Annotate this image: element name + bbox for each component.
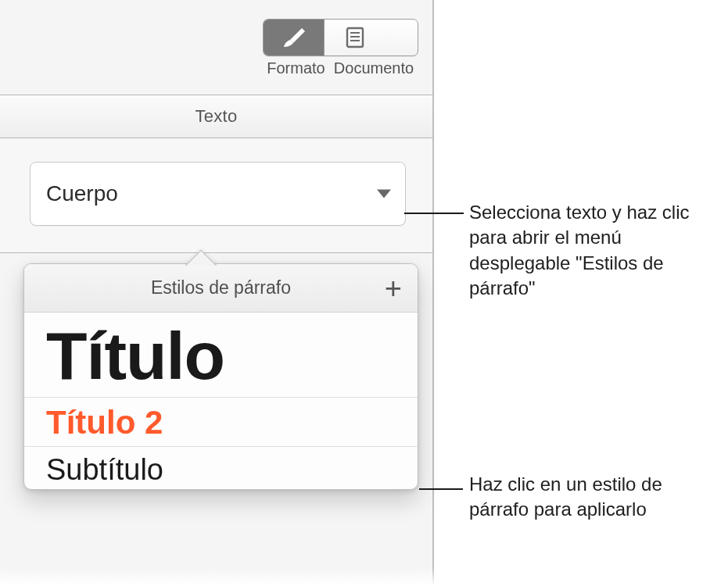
- callout-text-2: Haz clic en un estilo de párrafo para ap…: [469, 472, 719, 523]
- style-option-titulo[interactable]: Título: [24, 313, 418, 398]
- chevron-down-icon: [377, 190, 391, 198]
- paragraph-style-value: Cuerpo: [46, 181, 118, 206]
- callout-text-1: Selecciona texto y haz clic para abrir e…: [469, 200, 719, 302]
- style-option-subtitulo[interactable]: Subtítulo: [24, 447, 418, 489]
- paragraph-style-section: Cuerpo: [0, 138, 432, 253]
- plus-icon: +: [385, 272, 402, 305]
- paragraph-style-dropdown[interactable]: Cuerpo: [30, 162, 406, 226]
- popover-title: Estilos de párrafo: [151, 277, 291, 298]
- text-section-tab[interactable]: Texto: [0, 95, 432, 138]
- popover-arrow: [183, 247, 217, 266]
- document-tab-button[interactable]: [325, 20, 386, 55]
- inspector-panel: Formato Documento Texto Cuerpo Estilos d…: [0, 0, 434, 586]
- segmented-control: [263, 19, 418, 56]
- style-option-titulo2[interactable]: Título 2: [24, 398, 418, 447]
- add-style-button[interactable]: +: [380, 273, 407, 303]
- style-option-label: Subtítulo: [46, 453, 163, 486]
- format-tab-button[interactable]: [264, 20, 325, 55]
- document-icon: [343, 26, 367, 49]
- popover-header: Estilos de párrafo +: [24, 264, 418, 313]
- style-option-label: Título 2: [46, 404, 163, 441]
- document-tab-label: Documento: [329, 59, 418, 77]
- callout-leader-line: [404, 213, 464, 214]
- view-mode-toolbar: Formato Documento: [263, 19, 418, 77]
- paragraph-styles-list: Título Título 2 Subtítulo: [24, 313, 418, 489]
- format-tab-label: Formato: [263, 59, 329, 77]
- callout-leader-line: [419, 488, 463, 490]
- paintbrush-icon: [281, 27, 307, 48]
- text-section-label: Texto: [195, 106, 237, 127]
- style-option-label: Título: [46, 318, 224, 393]
- paragraph-styles-popover: Estilos de párrafo + Título Título 2 Sub…: [23, 263, 418, 490]
